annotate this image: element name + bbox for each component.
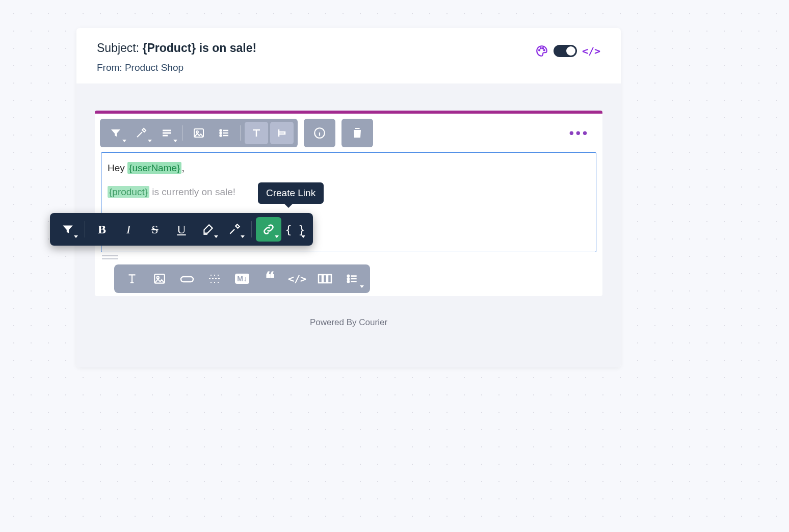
insert-code-icon[interactable]: </> — [284, 268, 310, 290]
sel-filter-icon[interactable] — [55, 217, 81, 242]
svg-point-6 — [220, 130, 222, 131]
insert-image-icon[interactable] — [147, 268, 172, 290]
insert-text-icon[interactable] — [119, 268, 145, 290]
content-line-1: Hey {userName}, — [108, 161, 590, 176]
trash-icon[interactable] — [346, 122, 369, 144]
subject-label: Subject: — [97, 41, 139, 55]
toolbar-group-delete — [341, 119, 373, 147]
eyedropper-icon[interactable] — [129, 122, 153, 144]
svg-point-17 — [348, 278, 349, 279]
svg-rect-14 — [323, 275, 327, 283]
svg-point-0 — [539, 49, 540, 50]
card-header: Subject: {Product} is on sale! From: Pro… — [76, 28, 621, 84]
align-icon[interactable] — [155, 122, 178, 144]
from-label: From: — [97, 62, 122, 73]
palette-icon[interactable] — [535, 44, 548, 58]
svg-point-1 — [540, 48, 541, 49]
insert-markdown-icon[interactable]: M↓ — [229, 268, 255, 290]
toolbar-group-main — [100, 119, 298, 147]
svg-point-16 — [348, 275, 349, 276]
footer-text: Powered By Courier — [95, 296, 602, 332]
tooltip-create-link: Create Link — [258, 182, 324, 204]
text-type-icon[interactable] — [245, 122, 268, 144]
from-line[interactable]: From: Product Shop — [97, 62, 535, 73]
italic-icon[interactable]: I — [116, 217, 141, 242]
code-icon[interactable]: </> — [582, 45, 600, 57]
line2-rest: is currently on sale! — [149, 187, 235, 197]
subject-value: {Product} is on sale! — [143, 41, 257, 55]
text-color-icon[interactable] — [222, 217, 247, 242]
selection-toolbar: B I S U { } — [50, 213, 313, 246]
strikethrough-icon[interactable]: S — [142, 217, 168, 242]
content-line-2: {product} is currently on sale! — [108, 185, 590, 200]
mode-toggle[interactable] — [554, 45, 577, 57]
insert-list-icon[interactable] — [339, 268, 365, 290]
underline-icon[interactable]: U — [169, 217, 194, 242]
drag-handle-icon[interactable] — [102, 255, 118, 259]
highlight-icon[interactable] — [195, 217, 221, 242]
svg-point-3 — [544, 49, 545, 50]
svg-rect-13 — [319, 275, 322, 283]
variable-product: {product} — [108, 186, 149, 198]
line1-prefix: Hey — [108, 163, 127, 173]
svg-point-7 — [220, 132, 222, 134]
svg-point-2 — [542, 48, 543, 49]
toolbar-group-info — [304, 119, 335, 147]
svg-rect-12 — [181, 277, 193, 282]
svg-rect-15 — [328, 275, 331, 283]
header-toggle-icon[interactable] — [270, 122, 294, 144]
subject-line[interactable]: Subject: {Product} is on sale! — [97, 41, 535, 55]
svg-point-5 — [196, 131, 198, 133]
image-icon[interactable] — [187, 122, 211, 144]
variable-username: {userName} — [127, 162, 181, 174]
bold-icon[interactable]: B — [89, 217, 115, 242]
insert-columns-icon[interactable] — [312, 268, 337, 290]
insert-toolbar: M↓ ❝ </> — [114, 264, 370, 293]
link-icon[interactable] — [256, 217, 281, 242]
overflow-menu-icon[interactable]: ••• — [569, 125, 589, 141]
line1-suffix: , — [181, 163, 184, 173]
editor-block: ••• Hey {userName}, {product} is current… — [95, 111, 602, 296]
svg-point-18 — [348, 280, 349, 282]
insert-quote-icon[interactable]: ❝ — [257, 268, 282, 290]
info-icon[interactable] — [308, 122, 331, 144]
variable-icon[interactable]: { } — [282, 217, 308, 242]
svg-point-11 — [157, 276, 159, 278]
block-toolbar: ••• — [95, 114, 602, 147]
designer-card: Subject: {Product} is on sale! From: Pro… — [76, 28, 621, 367]
insert-button-icon[interactable] — [174, 268, 200, 290]
from-value: Product Shop — [125, 62, 183, 73]
insert-divider-icon[interactable] — [202, 268, 227, 290]
header-left: Subject: {Product} is on sale! From: Pro… — [97, 41, 535, 73]
svg-point-8 — [220, 135, 222, 137]
bullet-list-icon[interactable] — [213, 122, 236, 144]
header-right: </> — [535, 41, 600, 58]
filter-icon[interactable] — [104, 122, 127, 144]
